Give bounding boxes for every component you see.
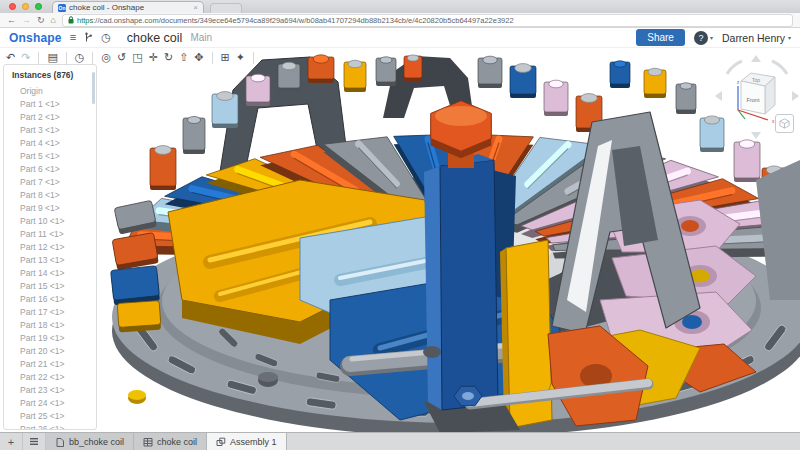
- doc-tab-bb-choke-coil[interactable]: bb_choke coil: [46, 433, 134, 450]
- instance-item[interactable]: Part 19 <1>: [4, 331, 96, 344]
- rotate-left-icon[interactable]: ↺: [117, 52, 126, 63]
- rotate-right-arrow-icon[interactable]: [792, 91, 799, 101]
- url-text: https://cad.onshape.com/documents/349ece…: [77, 16, 514, 25]
- chevron-down-icon: ▾: [710, 34, 713, 41]
- versions-branch-icon[interactable]: [84, 32, 93, 43]
- doc-tab-label: choke coil: [157, 437, 197, 447]
- roll-cw-icon[interactable]: [772, 61, 787, 74]
- workspace-label: Main: [190, 32, 212, 43]
- insert-icon[interactable]: ▤: [47, 52, 57, 63]
- assembly-3d-model[interactable]: [0, 48, 800, 433]
- snap-mode-icon[interactable]: ◳: [132, 52, 142, 63]
- tab-list-button[interactable]: [23, 433, 46, 450]
- back-icon[interactable]: ←: [7, 16, 16, 25]
- instance-item[interactable]: Part 9 <1>: [4, 201, 96, 214]
- instance-item[interactable]: Part 2 <1>: [4, 110, 96, 123]
- share-button[interactable]: Share: [636, 29, 685, 46]
- list-icon: [29, 437, 39, 446]
- instance-item[interactable]: Part 15 <1>: [4, 279, 96, 292]
- toolbar-divider: [92, 52, 93, 64]
- rotate-right-icon[interactable]: ↻: [164, 52, 173, 63]
- instance-item[interactable]: Part 10 <1>: [4, 214, 96, 227]
- instance-item[interactable]: Part 1 <1>: [4, 97, 96, 110]
- app-header: Onshape ≡ ◷ choke coil Main Share ? ▾ Da…: [0, 28, 800, 48]
- lock-icon: [68, 16, 74, 24]
- instances-panel: Instances (876) OriginPart 1 <1>Part 2 <…: [3, 64, 97, 430]
- named-views-icon[interactable]: ✦: [236, 52, 245, 63]
- redo-icon[interactable]: ↷: [21, 52, 30, 63]
- instance-item[interactable]: Part 11 <1>: [4, 227, 96, 240]
- browser-url-bar: ← → ↻ ⌂ https://cad.onshape.com/document…: [0, 13, 800, 28]
- instance-item[interactable]: Part 17 <1>: [4, 305, 96, 318]
- instance-item[interactable]: Part 26 <1>: [4, 422, 96, 430]
- rotate-up-arrow-icon[interactable]: [751, 55, 761, 62]
- instance-item[interactable]: Part 18 <1>: [4, 318, 96, 331]
- instance-item[interactable]: Part 20 <1>: [4, 344, 96, 357]
- toolbar-divider: [66, 52, 67, 64]
- onshape-logo[interactable]: Onshape: [9, 31, 62, 45]
- graphics-area: ↶↷▤◷◎↺◳✛↻⇧✥⊞✦ Instances (876) OriginPart…: [0, 48, 800, 433]
- mate-icon[interactable]: ◎: [101, 52, 111, 63]
- move-icon[interactable]: ✛: [149, 52, 158, 63]
- page-icon: [55, 437, 65, 447]
- instance-item[interactable]: Part 21 <1>: [4, 357, 96, 370]
- toolbar-divider: [253, 52, 254, 64]
- undo-icon[interactable]: ↶: [6, 52, 15, 63]
- rotate-left-arrow-icon[interactable]: [715, 91, 722, 101]
- panel-scrollbar[interactable]: [92, 72, 95, 104]
- help-menu[interactable]: ? ▾: [694, 31, 713, 45]
- instances-list: OriginPart 1 <1>Part 2 <1>Part 3 <1>Part…: [4, 84, 96, 430]
- exploded-view-icon[interactable]: ⊞: [221, 52, 230, 63]
- main-menu-icon[interactable]: ≡: [70, 32, 76, 43]
- chevron-down-icon: ▾: [788, 34, 791, 41]
- instance-item[interactable]: Part 13 <1>: [4, 253, 96, 266]
- lift-icon[interactable]: ⇧: [179, 52, 188, 63]
- browser-tab[interactable]: On choke coil - Onshape ×: [52, 1, 204, 13]
- zoom-window-button[interactable]: [35, 3, 42, 10]
- instance-item[interactable]: Part 8 <1>: [4, 188, 96, 201]
- document-tabs-bar: + bb_choke coilchoke coilAssembly 1: [0, 432, 800, 450]
- view-cube-front-label[interactable]: Front: [747, 97, 760, 103]
- instance-item[interactable]: Part 22 <1>: [4, 370, 96, 383]
- translate-icon[interactable]: ✥: [194, 52, 203, 63]
- doc-tab-assembly-1[interactable]: Assembly 1: [207, 433, 287, 450]
- roll-ccw-icon[interactable]: [727, 61, 742, 74]
- doc-tab-label: Assembly 1: [230, 437, 277, 447]
- url-field[interactable]: https://cad.onshape.com/documents/349ece…: [62, 14, 793, 27]
- tab-close-icon[interactable]: ×: [193, 4, 198, 12]
- instance-item[interactable]: Part 4 <1>: [4, 136, 96, 149]
- browser-tab-strip: On choke coil - Onshape ×: [0, 0, 800, 14]
- close-window-button[interactable]: [9, 3, 16, 10]
- instance-item[interactable]: Part 25 <1>: [4, 409, 96, 422]
- instance-item[interactable]: Part 14 <1>: [4, 266, 96, 279]
- history-icon[interactable]: ◷: [75, 52, 85, 63]
- forward-icon[interactable]: →: [22, 16, 31, 25]
- instance-item[interactable]: Part 23 <1>: [4, 383, 96, 396]
- instance-item[interactable]: Part 16 <1>: [4, 292, 96, 305]
- document-title: choke coil: [127, 31, 183, 45]
- reload-icon[interactable]: ↻: [37, 16, 45, 25]
- home-icon[interactable]: ⌂: [51, 16, 56, 25]
- instance-item[interactable]: Part 24 <1>: [4, 396, 96, 409]
- add-tab-button[interactable]: +: [0, 433, 23, 450]
- instance-item[interactable]: Part 3 <1>: [4, 123, 96, 136]
- tab-title: choke coil - Onshape: [69, 3, 144, 12]
- isometric-cube-icon: [779, 118, 790, 129]
- doc-tab-choke-coil[interactable]: choke coil: [134, 433, 207, 450]
- instance-item[interactable]: Part 6 <1>: [4, 162, 96, 175]
- z-axis-label: z: [737, 79, 740, 85]
- instance-item[interactable]: Part 12 <1>: [4, 240, 96, 253]
- onshape-favicon-icon: On: [58, 4, 66, 12]
- instance-item[interactable]: Part 7 <1>: [4, 175, 96, 188]
- view-cube-top-label[interactable]: Top: [752, 77, 760, 83]
- instance-item[interactable]: Part 5 <1>: [4, 149, 96, 162]
- instance-item[interactable]: Origin: [4, 84, 96, 97]
- help-icon[interactable]: ?: [694, 31, 708, 45]
- history-icon[interactable]: ◷: [101, 32, 111, 43]
- header-right: Share ? ▾ Darren Henry ▾: [636, 29, 791, 46]
- user-name: Darren Henry: [722, 32, 785, 44]
- minimize-window-button[interactable]: [22, 3, 29, 10]
- user-menu[interactable]: Darren Henry ▾: [722, 32, 791, 44]
- isometric-home-view-button[interactable]: [775, 114, 794, 133]
- rotate-down-arrow-icon[interactable]: [751, 132, 761, 139]
